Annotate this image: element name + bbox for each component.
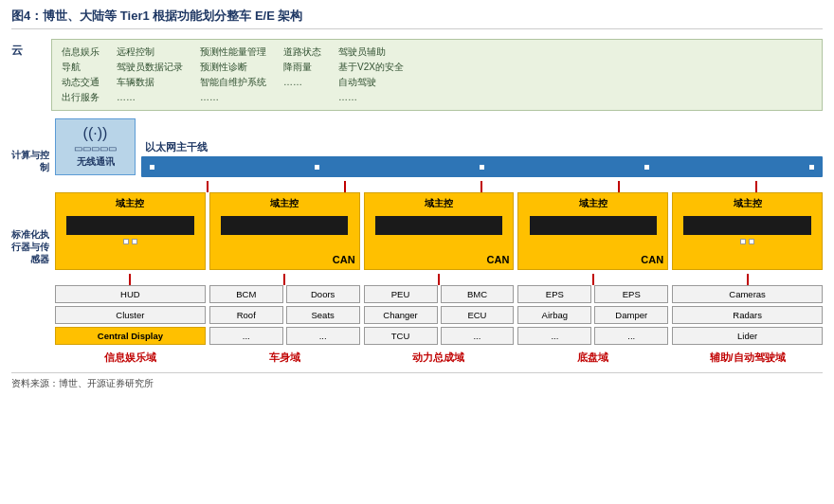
sensor-subcol-2b: Doors Seats ... [286,285,360,345]
sensor-cameras: Cameras [672,285,823,303]
main-diagram: 计算与控制 标准化执行器与传感器 ((·)) ▭▭▭▭▭ 无线通讯 以太网主干线 [11,118,823,365]
vlines-eth-domain [55,181,823,192]
cloud-label: 云 [11,39,47,59]
sensor-dots-4b: ... [594,327,668,345]
domain-1-connectors [123,239,137,244]
sensor-damper: Damper [594,306,668,324]
sensor-group-2: BCM Roof ... Doors Seats ... [209,285,360,345]
vline-1 [207,181,208,192]
eth-sq-3 [479,164,485,171]
sensor-dots-2a: ... [209,327,283,345]
sensor-eps-2: EPS [594,285,668,303]
domain-ctrl-2: 域主控 CAN [209,192,360,270]
cloud-col-4: 道路状态 降雨量 …… [283,45,321,104]
cloud-col-2: 远程控制 驾驶员数据记录 车辆数据 …… [117,45,183,104]
sensor-radars: Radars [672,306,823,324]
domain-name-1: 信息娱乐域 [55,351,206,365]
sensor-tcu: TCU [364,327,438,345]
sensor-doors: Doors [286,285,360,303]
cloud-section: 云 信息娱乐 导航 动态交通 出行服务 远程控制 驾驶员数据记录 车辆数据 ……… [11,39,823,111]
eth-sq-2 [314,164,320,171]
d5-sq-1 [740,239,746,244]
sensors-section: HUD Cluster Central Display BCM Roof ...… [55,285,823,345]
eth-sq-4 [644,164,650,171]
d1-sq-1 [123,239,129,244]
sensor-dots-3b: ... [441,327,515,345]
top-network-row: ((·)) ▭▭▭▭▭ 无线通讯 以太网主干线 [55,118,823,177]
vline-3 [480,181,482,192]
sensor-cluster: Cluster [55,306,206,324]
d5-sq-2 [749,239,754,244]
sensor-group-1: HUD Cluster Central Display [55,285,206,345]
domain-name-4: 底盘域 [517,351,668,365]
standard-label: 标准化执行器与传感器 [11,204,51,289]
source-note: 资料来源：博世、开源证券研究所 [11,372,823,390]
domain-name-3: 动力总成域 [364,351,515,365]
sensor-seats: Seats [286,306,360,324]
sensor-dots-2b: ... [286,327,360,345]
wireless-label: 无线通讯 [77,155,115,169]
vline-5 [755,181,757,192]
sensor-hud: HUD [55,285,206,303]
vline-4 [618,181,620,192]
vline-ds-4 [592,274,594,285]
vline-ds-3 [438,274,440,285]
sensor-group-4: EPS Airbag ... EPS Damper ... [517,285,668,345]
sensor-subcol-3b: BMC ECU ... [441,285,515,345]
can-label-2: CAN [333,254,355,265]
can-label-3: CAN [487,254,510,265]
vline-ds-2 [283,274,285,285]
sensor-subcol-4a: EPS Airbag ... [517,285,591,345]
vline-ds-5 [747,274,749,285]
wifi-icon: ((·)) [83,126,108,141]
domain-ctrl-1: 域主控 [55,192,206,270]
domain-ctrl-5: 域主控 [672,192,823,270]
vline-2 [344,181,346,192]
page-title: 图4：博世、大陆等 Tier1 根据功能划分整车 E/E 架构 [11,8,823,29]
d1-sq-2 [132,239,137,244]
domain-5-connectors [740,239,754,244]
sensor-central-display: Central Display [55,327,206,345]
vline-ds-1 [129,274,131,285]
sensor-group-5: Cameras Radars Lider [672,285,823,345]
wireless-box: ((·)) ▭▭▭▭▭ 无线通讯 [55,118,136,175]
cloud-col-3: 预测性能量管理 预测性诊断 智能自维护系统 …… [200,45,266,104]
sensor-dots-4a: ... [517,327,591,345]
cloud-box: 信息娱乐 导航 动态交通 出行服务 远程控制 驾驶员数据记录 车辆数据 …… 预… [51,39,823,111]
compute-label: 计算与控制 [11,118,51,204]
eth-sq-5 [808,164,815,171]
router-icon: ▭▭▭▭▭ [74,143,117,153]
sensor-roof: Roof [209,306,283,324]
eth-sq-1 [149,164,155,171]
ethernet-bar [141,156,823,177]
domain-ctrl-3: 域主控 CAN [364,192,515,270]
eth-connectors [149,164,815,171]
sensor-group-3: PEU Changer TCU BMC ECU ... [364,285,515,345]
domain-black-bar-5 [683,216,810,235]
cloud-col-1: 信息娱乐 导航 动态交通 出行服务 [62,45,100,104]
vlines-domain-sensor [55,274,823,285]
sensor-subcol-2a: BCM Roof ... [209,285,283,345]
diagram-content: ((·)) ▭▭▭▭▭ 无线通讯 以太网主干线 [55,118,823,365]
domain-name-5: 辅助/自动驾驶域 [672,351,823,365]
domain-names-row: 信息娱乐域 车身域 动力总成域 底盘域 辅助/自动驾驶域 [55,351,823,365]
sensor-ecu: ECU [441,306,515,324]
diagram-wrapper: 图4：博世、大陆等 Tier1 根据功能划分整车 E/E 架构 云 信息娱乐 导… [11,8,823,390]
can-label-4: CAN [641,254,663,265]
sensor-peu: PEU [364,285,438,303]
domain-black-bar-1 [66,216,193,235]
sensor-changer: Changer [364,306,438,324]
domain-black-bar-2 [221,216,348,235]
cloud-col-5: 驾驶员辅助 基于V2X的安全 自动驾驶 …… [338,45,404,104]
ethernet-label: 以太网主干线 [141,140,823,154]
domain-ctrl-4: 域主控 CAN [517,192,668,270]
ethernet-column: 以太网主干线 [141,118,823,177]
domain-black-bar-4 [530,216,657,235]
sensor-subcol-4b: EPS Damper ... [594,285,668,345]
sensor-airbag: Airbag [517,306,591,324]
sensor-subcol-3a: PEU Changer TCU [364,285,438,345]
left-labels: 计算与控制 标准化执行器与传感器 [11,118,51,289]
sensor-bmc: BMC [441,285,515,303]
domain-name-2: 车身域 [209,351,360,365]
sensor-bcm: BCM [209,285,283,303]
